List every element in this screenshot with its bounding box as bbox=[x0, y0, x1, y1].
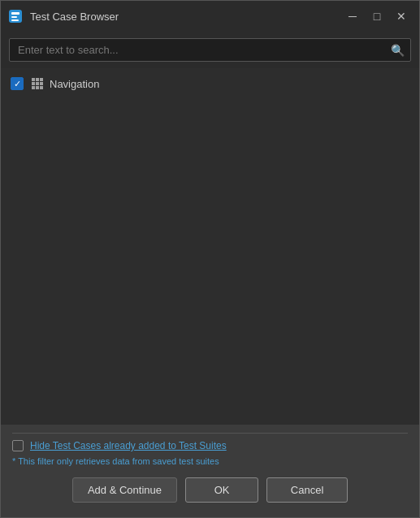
hide-test-cases-label[interactable]: Hide Test Cases already added to Test Su… bbox=[30, 440, 227, 451]
window-controls: ─ □ ✕ bbox=[341, 5, 413, 28]
search-wrapper: 🔍 bbox=[9, 38, 411, 62]
filter-row: Hide Test Cases already added to Test Su… bbox=[12, 440, 408, 451]
search-input[interactable] bbox=[9, 38, 411, 62]
main-window: Test Case Browser ─ □ ✕ 🔍 ✓ bbox=[0, 0, 420, 518]
close-button[interactable]: ✕ bbox=[390, 5, 413, 28]
cancel-button[interactable]: Cancel bbox=[266, 477, 348, 503]
filter-note: * This filter only retrieves data from s… bbox=[12, 456, 408, 466]
footer-divider bbox=[12, 433, 408, 434]
ok-button[interactable]: OK bbox=[185, 477, 258, 503]
svg-rect-1 bbox=[11, 12, 19, 15]
button-row: Add & Continue OK Cancel bbox=[12, 466, 408, 509]
svg-rect-2 bbox=[11, 16, 17, 18]
svg-rect-3 bbox=[11, 19, 19, 21]
footer: Hide Test Cases already added to Test Su… bbox=[1, 425, 419, 517]
minimize-button[interactable]: ─ bbox=[341, 5, 364, 28]
navigation-checkbox[interactable]: ✓ bbox=[11, 77, 24, 90]
maximize-button[interactable]: □ bbox=[366, 5, 388, 28]
grid-icon bbox=[30, 76, 45, 91]
navigation-label: Navigation bbox=[50, 78, 99, 90]
title-bar: Test Case Browser ─ □ ✕ bbox=[1, 1, 419, 32]
search-bar: 🔍 bbox=[1, 32, 419, 68]
app-icon bbox=[7, 8, 24, 24]
check-mark: ✓ bbox=[14, 80, 21, 88]
tree-item-navigation[interactable]: ✓ Navigation bbox=[1, 73, 419, 94]
window-title: Test Case Browser bbox=[30, 11, 341, 23]
add-continue-button[interactable]: Add & Continue bbox=[72, 477, 177, 503]
hide-test-cases-checkbox[interactable] bbox=[12, 440, 24, 451]
content-area: ✓ Navigation bbox=[1, 68, 419, 425]
